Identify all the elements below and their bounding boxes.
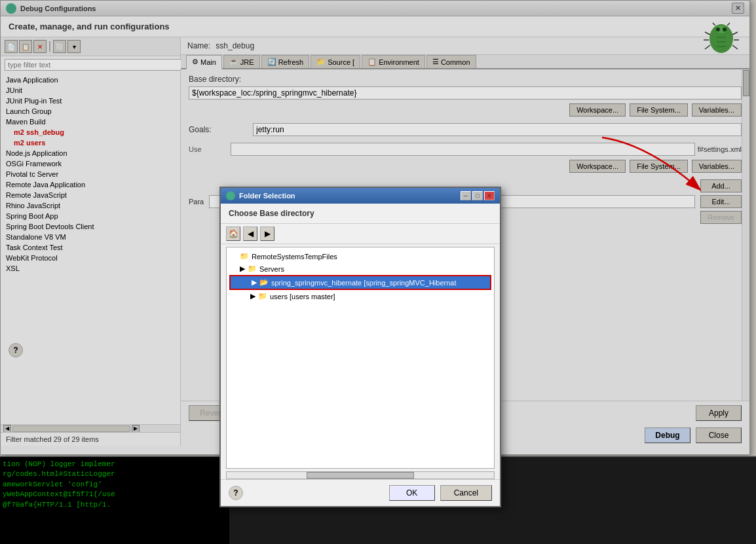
dialog-overlay: Folder Selection ─ □ ✕ Choose Base direc… bbox=[0, 0, 756, 455]
folder-icon-remote-temp: 📁 bbox=[240, 252, 249, 261]
dialog-tree-label-users: users [users master] bbox=[270, 293, 335, 300]
dialog-tree-item-users[interactable]: ▶ 📁 users [users master] bbox=[229, 290, 491, 302]
dialog-toolbar: 🏠 ◀ ▶ bbox=[221, 224, 500, 244]
folder-icon-servers: 📁 bbox=[248, 264, 257, 273]
console-line-3: ameworkServlet 'config' bbox=[3, 480, 227, 490]
dialog-tree-label-spring: spring_springmvc_hibernate [spring_sprin… bbox=[271, 279, 456, 287]
dialog-tree-item-servers[interactable]: ▶ 📁 Servers bbox=[229, 263, 491, 275]
dialog-home-button[interactable]: 🏠 bbox=[226, 227, 240, 241]
folder-icon-users: 📁 bbox=[258, 292, 267, 300]
dialog-back-button[interactable]: ◀ bbox=[243, 227, 257, 241]
dialog-horizontal-scrollbar[interactable] bbox=[226, 471, 495, 479]
dialog-icon bbox=[226, 191, 235, 200]
dialog-title-bar: Folder Selection ─ □ ✕ bbox=[221, 188, 500, 204]
dialog-tree: 📁 RemoteSystemsTempFiles ▶ 📁 Servers ▶ 📂… bbox=[226, 247, 495, 469]
console-line-4: yWebAppContext@1f5f71{/use bbox=[3, 490, 227, 499]
dialog-close-button[interactable]: ✕ bbox=[484, 191, 495, 200]
expand-icon-spring: ▶ bbox=[252, 278, 257, 287]
dialog-tree-item-spring[interactable]: ▶ 📂 spring_springmvc_hibernate [spring_s… bbox=[229, 275, 491, 290]
dialog-controls: ─ □ ✕ bbox=[461, 191, 495, 200]
dialog-ok-button[interactable]: OK bbox=[389, 485, 435, 501]
dialog-title: Folder Selection bbox=[239, 192, 295, 200]
dialog-cancel-button[interactable]: Cancel bbox=[440, 485, 492, 501]
dialog-forward-button[interactable]: ▶ bbox=[260, 227, 274, 241]
dialog-maximize-button[interactable]: □ bbox=[472, 191, 483, 200]
dialog-header: Choose Base directory bbox=[221, 204, 500, 224]
dialog-help-button[interactable]: ? bbox=[229, 486, 243, 500]
console-line-1: tion (NOP) logger implemer bbox=[3, 460, 227, 469]
folder-selection-dialog: Folder Selection ─ □ ✕ Choose Base direc… bbox=[219, 187, 501, 507]
dialog-action-buttons: OK Cancel bbox=[389, 485, 492, 501]
dialog-header-text: Choose Base directory bbox=[229, 209, 314, 218]
console-text: tion (NOP) logger implemer rg/codes.html… bbox=[0, 457, 229, 513]
dialog-tree-item-remote-temp[interactable]: 📁 RemoteSystemsTempFiles bbox=[229, 250, 491, 263]
expand-icon-users: ▶ bbox=[250, 292, 255, 300]
console-line-5: @f70afa{HTTP/1.1 [http/1. bbox=[3, 500, 227, 510]
dialog-tree-label-servers: Servers bbox=[259, 265, 284, 273]
expand-icon-servers: ▶ bbox=[240, 264, 245, 273]
console-area: tion (NOP) logger implemer rg/codes.html… bbox=[0, 456, 229, 544]
dialog-tree-label-remote-temp: RemoteSystemsTempFiles bbox=[252, 253, 337, 261]
folder-icon-spring: 📂 bbox=[259, 278, 269, 287]
console-line-2: rg/codes.html#StaticLogger bbox=[3, 469, 227, 479]
dialog-scroll-thumb bbox=[307, 472, 413, 479]
dialog-title-left: Folder Selection bbox=[226, 191, 295, 200]
dialog-minimize-button[interactable]: ─ bbox=[461, 191, 471, 200]
dialog-bottom: ? OK Cancel bbox=[221, 479, 500, 506]
